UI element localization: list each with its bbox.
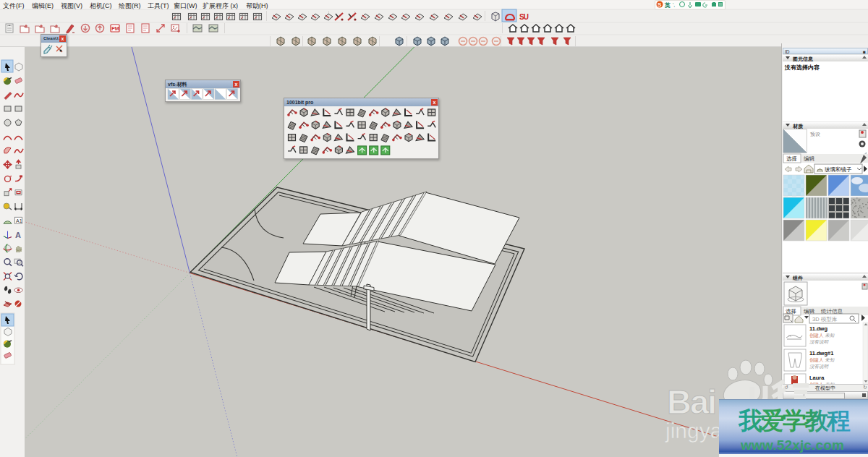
svg-text:Bai: Bai [667,383,715,421]
svg-text:11.dwg#1: 11.dwg#1 [809,350,833,356]
svg-text:我爱学教程: 我爱学教程 [738,407,851,434]
svg-text:www.52xjc.com: www.52xjc.com [740,437,844,453]
svg-text:玻璃和镜子: 玻璃和镜子 [825,166,852,173]
svg-text:编辑: 编辑 [804,155,815,162]
svg-text:没有说明: 没有说明 [809,339,830,344]
svg-text:jingya: jingya [665,419,723,443]
svg-text:11.dwg: 11.dwg [809,325,827,332]
svg-text:选择: 选择 [786,155,797,162]
svg-text:预设: 预设 [810,132,820,137]
svg-text:创建人 未知: 创建人 未知 [809,333,835,338]
svg-text:3D 模型库: 3D 模型库 [812,316,838,323]
